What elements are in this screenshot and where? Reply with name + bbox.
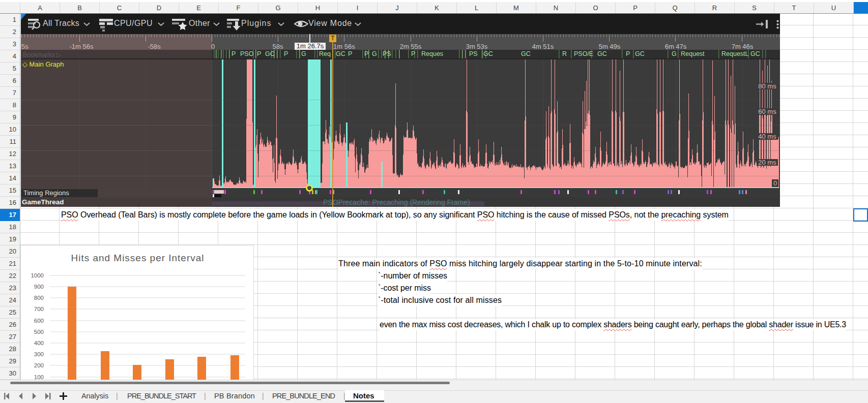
svg-text:1000: 1000: [31, 272, 44, 278]
svg-text:300: 300: [34, 351, 44, 357]
svg-text:500: 500: [34, 329, 44, 335]
svg-text:400: 400: [34, 340, 44, 346]
svg-text:100: 100: [34, 374, 44, 380]
svg-text:900: 900: [34, 284, 44, 290]
svg-text:600: 600: [34, 318, 44, 324]
svg-text:200: 200: [34, 362, 44, 368]
svg-text:700: 700: [34, 306, 44, 312]
svg-text:800: 800: [34, 295, 44, 301]
